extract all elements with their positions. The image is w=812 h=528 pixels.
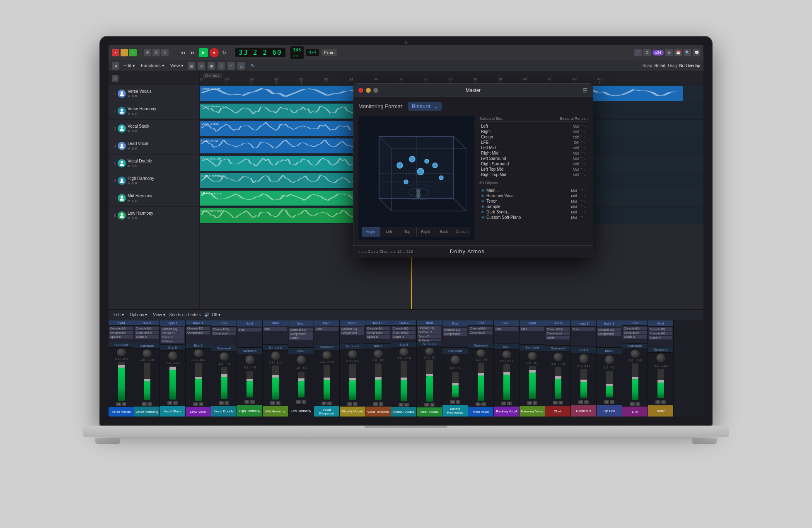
dialog-maximize-btn[interactable] — [373, 88, 378, 93]
ch-pan-knob-0[interactable] — [117, 349, 126, 356]
gear-btn[interactable]: ⚙ — [144, 49, 151, 56]
atmos-ch-arrow-6[interactable]: ⌃⌄ — [580, 157, 586, 160]
ch-solo-13[interactable]: S — [456, 400, 460, 404]
mute-btn-2[interactable]: M — [128, 129, 130, 133]
ch-mute-2[interactable]: M — [167, 401, 172, 405]
ch-solo-16[interactable]: S — [533, 401, 537, 405]
close-btn[interactable]: × — [112, 49, 119, 56]
ch-pan-knob-12[interactable] — [425, 348, 434, 355]
ch-output-5[interactable]: Surround — [237, 348, 262, 354]
ch-fader-4[interactable] — [221, 367, 227, 399]
ch-fader-5[interactable] — [247, 371, 253, 397]
ch-solo-15[interactable]: S — [507, 402, 512, 405]
ch-mute-14[interactable]: M — [476, 402, 481, 406]
atmos-ch-arrow-8[interactable]: ⌃⌄ — [580, 167, 586, 171]
ch-input-19[interactable]: Input 1 — [597, 320, 622, 327]
ch-solo-0[interactable]: S — [122, 402, 126, 406]
ch-fader-10[interactable] — [375, 363, 382, 400]
atmos-3d-arrow-3[interactable]: ⌃⌄ — [580, 205, 586, 208]
ch-input-16[interactable]: Input — [520, 320, 545, 326]
ch-pan-knob-4[interactable] — [220, 352, 229, 361]
mute-btn-6[interactable]: M — [128, 199, 130, 203]
view-tab-back[interactable]: Back — [435, 227, 453, 237]
ch-plugin[interactable]: Channel EQ — [186, 327, 210, 330]
close-btn2[interactable]: ✕ — [161, 49, 169, 56]
record-arm-btn-1[interactable]: R — [135, 112, 138, 116]
ch-pan-knob-1[interactable] — [143, 349, 152, 357]
ch-solo-17[interactable]: S — [558, 401, 563, 404]
chat-btn[interactable]: 💬 — [693, 49, 700, 56]
ch-plugin[interactable]: Console EQ — [597, 328, 621, 332]
ch-output-8[interactable]: Surround — [314, 344, 339, 350]
calendar-btn[interactable]: 📅 — [674, 49, 682, 56]
ch-fader-19[interactable] — [606, 371, 613, 397]
ch-solo-8[interactable]: S — [327, 402, 332, 405]
ch-pan-knob-14[interactable] — [476, 349, 486, 357]
ch-plugin[interactable]: Space D — [135, 335, 159, 339]
ch-mute-1[interactable]: M — [142, 402, 147, 406]
ch-plugin[interactable]: Console EQ — [341, 327, 364, 331]
ch-plugin[interactable]: Channel EQ — [469, 327, 493, 330]
ch-output-6[interactable]: Surround — [263, 345, 288, 351]
ch-plugin[interactable]: Channel EQ — [649, 332, 672, 335]
atmos-ch-arrow-3[interactable]: ⌃⌄ — [580, 140, 586, 144]
ch-mute-17[interactable]: M — [553, 401, 558, 404]
record-arm-btn-0[interactable]: R — [135, 94, 138, 98]
ch-plugin[interactable]: Compressor — [546, 332, 570, 335]
ch-output-11[interactable]: Bus 9 — [391, 342, 416, 347]
ch-pan-knob-2[interactable] — [168, 351, 177, 360]
ch-fader-16[interactable] — [529, 366, 536, 399]
solo-btn-2[interactable]: S — [132, 129, 134, 133]
dialog-minimize-btn[interactable] — [366, 88, 371, 93]
ch-mute-11[interactable]: M — [399, 403, 404, 407]
ch-fader-14[interactable] — [478, 363, 484, 401]
solo-btn-5[interactable]: S — [132, 182, 134, 185]
mute-btn-1[interactable]: M — [128, 112, 130, 116]
ch-solo-3[interactable]: S — [199, 402, 203, 406]
ch-plugin[interactable]: Compressor — [623, 331, 647, 334]
ch-output-9[interactable]: Surround — [340, 344, 365, 350]
mixer-options-menu[interactable]: Options ▾ — [128, 312, 149, 318]
ch-plugin[interactable]: Compressor — [186, 331, 210, 334]
ch-fader-1[interactable] — [144, 363, 150, 400]
ch-solo-21[interactable]: S — [661, 400, 666, 404]
solo-btn-4[interactable]: S — [132, 164, 134, 168]
ch-plugin[interactable]: Limiter — [289, 336, 313, 340]
ch-plugin[interactable]: Channel EQ — [289, 328, 313, 332]
ch-fader-18[interactable] — [580, 369, 587, 398]
ch-solo-19[interactable]: S — [610, 400, 614, 404]
atmos-ch-arrow-1[interactable]: ⌃⌄ — [580, 130, 586, 133]
ch-output-1[interactable]: Surround — [134, 343, 160, 349]
ch-plugin[interactable]: Compressor — [366, 331, 390, 334]
view-menu[interactable]: View ▾ — [169, 62, 186, 69]
cycle-btn[interactable]: ↻ — [220, 49, 228, 56]
ch-pan-knob-10[interactable] — [374, 350, 383, 358]
ch-plugin[interactable]: Space D — [366, 335, 390, 339]
ch-solo-14[interactable]: S — [481, 402, 486, 406]
ch-input-20[interactable]: Smd — [622, 320, 648, 326]
ch-plugin[interactable]: Compressor — [597, 332, 621, 336]
region-btn[interactable]: ◼ — [208, 62, 215, 70]
ch-mute-7[interactable]: M — [296, 400, 301, 404]
ch-fader-15[interactable] — [503, 364, 510, 400]
ch-plugin[interactable]: Cons... — [572, 327, 595, 331]
ch-output-4[interactable]: Surround — [211, 345, 237, 351]
ch-plugin[interactable]: Channel EQ — [212, 327, 236, 331]
ch-plugin[interactable]: Channel EQ — [392, 331, 416, 334]
ch-output-17[interactable]: Surround — [545, 346, 570, 352]
ch-pan-knob-21[interactable] — [656, 354, 665, 362]
ch-output-20[interactable]: Surround — [622, 344, 648, 349]
minimize-btn[interactable]: − — [121, 49, 128, 56]
ch-plugin[interactable]: Compressor — [109, 331, 133, 334]
ch-plugin[interactable]: Compressor — [469, 331, 493, 334]
ch-solo-11[interactable]: S — [404, 403, 409, 407]
ch-plugin[interactable]: DeEsser 2 — [418, 330, 441, 334]
ch-plugin[interactable]: Space D — [418, 334, 441, 338]
ch-mute-6[interactable]: M — [270, 401, 275, 405]
ch-pan-knob-13[interactable] — [451, 355, 460, 364]
ch-plugin[interactable]: Limiter — [546, 336, 570, 339]
atmos-3d-arrow-4[interactable]: ⌃⌄ — [580, 210, 586, 214]
ch-output-7[interactable]: Sur... — [288, 348, 314, 354]
ch-fader-11[interactable] — [401, 361, 407, 401]
ch-plugin[interactable]: Space D — [392, 335, 416, 339]
